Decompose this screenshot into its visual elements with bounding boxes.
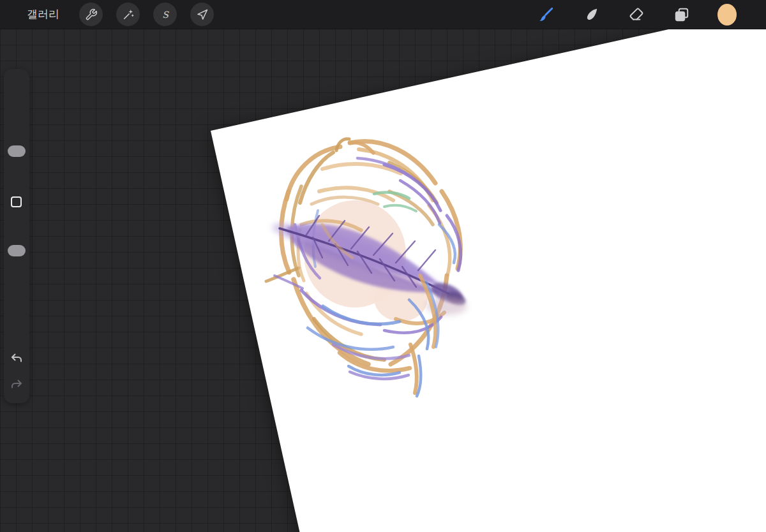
- redo-button[interactable]: [10, 378, 24, 392]
- brush-opacity-slider[interactable]: [4, 217, 29, 344]
- actions-button[interactable]: [79, 3, 103, 26]
- brush-size-handle[interactable]: [8, 145, 26, 157]
- workspace[interactable]: [0, 29, 766, 532]
- transform-arrow-icon: [196, 8, 209, 21]
- smudge-tool-button[interactable]: [582, 5, 601, 24]
- gallery-button[interactable]: 갤러리: [27, 7, 59, 22]
- toolbar-left-group: 갤러리 S: [0, 3, 214, 26]
- brush-opacity-handle[interactable]: [8, 245, 26, 256]
- eraser-icon: [628, 6, 645, 23]
- side-toolbar: [4, 69, 29, 403]
- selection-button[interactable]: S: [153, 3, 177, 26]
- adjustments-button[interactable]: [116, 3, 140, 26]
- color-button[interactable]: [717, 5, 737, 24]
- toolbar-right-group: [536, 5, 766, 24]
- transform-button[interactable]: [190, 3, 214, 26]
- modify-button[interactable]: [11, 196, 22, 207]
- color-swatch-icon: [717, 4, 737, 26]
- smudge-icon: [583, 6, 599, 23]
- redo-icon: [10, 378, 24, 392]
- paint-tool-button[interactable]: [536, 5, 555, 24]
- undo-button[interactable]: [10, 351, 24, 366]
- wrench-icon: [85, 8, 98, 21]
- svg-text:S: S: [162, 9, 169, 19]
- magic-wand-icon: [122, 8, 135, 21]
- paintbrush-icon: [537, 6, 554, 23]
- top-toolbar: 갤러리 S: [0, 0, 766, 29]
- undo-icon: [10, 351, 24, 366]
- brush-size-slider[interactable]: [4, 73, 29, 191]
- layers-button[interactable]: [672, 5, 691, 24]
- layers-icon: [673, 6, 690, 23]
- canvas-paper[interactable]: [211, 29, 766, 532]
- selection-s-icon: S: [159, 8, 172, 21]
- erase-tool-button[interactable]: [627, 5, 646, 24]
